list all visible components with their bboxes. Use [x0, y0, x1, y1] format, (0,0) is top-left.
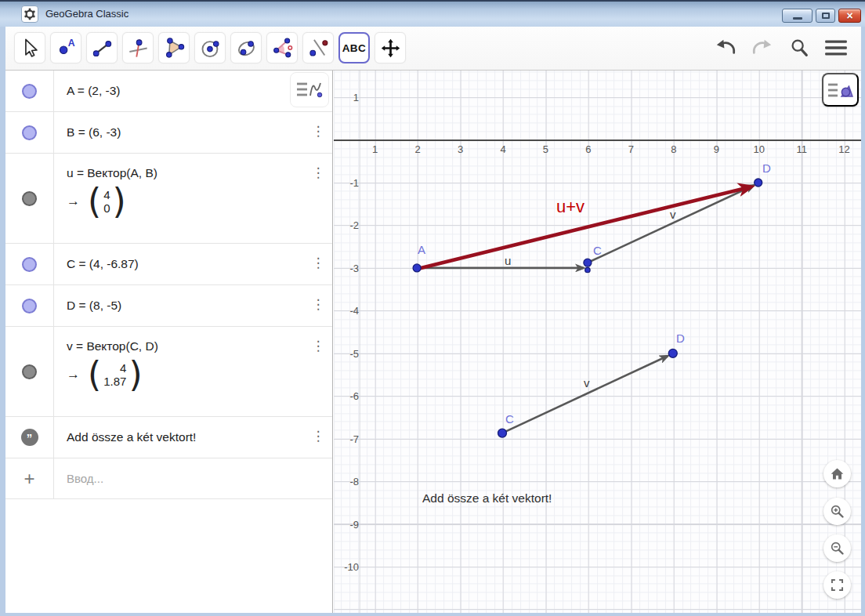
tool-polygon[interactable]: [158, 32, 190, 63]
zoom-in-button[interactable]: [823, 498, 851, 525]
row-menu-button[interactable]: ⋮: [304, 112, 332, 153]
row-content: v = Вектор(C, D)→(41.87): [54, 327, 304, 416]
visibility-toggle[interactable]: [5, 71, 54, 111]
menu-button[interactable]: [823, 37, 849, 59]
row-content: A = (2, -3): [54, 71, 304, 111]
row-menu-button[interactable]: ⋮: [304, 244, 332, 284]
algebra-row-4[interactable]: D = (8, -5)⋮: [5, 285, 332, 327]
tool-reflect[interactable]: [302, 32, 334, 63]
row-content: u = Вектор(A, B)→(40): [54, 154, 304, 243]
point-D[interactable]: [668, 349, 677, 357]
vector-value: →(41.87): [67, 360, 304, 389]
algebra-row-6[interactable]: ”Add össze a két vektort!⋮: [5, 417, 332, 458]
visibility-toggle[interactable]: [5, 154, 54, 243]
vector-label-v: v: [584, 376, 590, 390]
maximize-button[interactable]: [816, 9, 835, 23]
svg-text:A: A: [67, 38, 74, 49]
close-button[interactable]: ×: [838, 9, 861, 23]
minimize-icon: [793, 17, 802, 20]
text-object-value: Add össze a két vektort!: [67, 430, 304, 444]
graphics-style-button[interactable]: [822, 73, 859, 107]
visibility-toggle[interactable]: ”: [5, 417, 54, 458]
object-visibility-dot: [22, 125, 37, 140]
algebra-row-1[interactable]: B = (6, -3)⋮: [5, 112, 332, 154]
algebra-row-5[interactable]: v = Вектор(C, D)→(41.87)⋮: [5, 327, 332, 417]
row-menu-button[interactable]: ⋮: [304, 327, 332, 416]
graphics-view[interactable]: 1234567891011121-1-2-3-4-5-6-7-8-9-10 Au…: [334, 71, 861, 613]
visibility-toggle[interactable]: [5, 327, 54, 416]
visibility-toggle[interactable]: [5, 244, 54, 284]
undo-button[interactable]: [713, 37, 738, 59]
point-definition: D = (8, -5): [67, 299, 304, 313]
tool-conic[interactable]: [230, 32, 262, 63]
object-visibility-dot: [22, 364, 37, 379]
object-visibility-dot: [22, 84, 37, 99]
vector-plot: [334, 71, 861, 613]
algebra-input-row[interactable]: +: [5, 458, 332, 499]
row-menu-button[interactable]: ⋮: [304, 417, 332, 458]
row-content: C = (4, -6.87): [54, 244, 304, 284]
point-C[interactable]: [584, 259, 592, 266]
minimize-button[interactable]: [782, 9, 813, 23]
object-visibility-dot: [22, 191, 37, 206]
algebra-view: A = (2, -3)B = (6, -3)⋮u = Вектор(A, B)→…: [5, 71, 333, 613]
redo-button[interactable]: [750, 37, 775, 59]
point-A[interactable]: [413, 264, 421, 272]
row-menu-button[interactable]: ⋮: [304, 154, 332, 243]
geogebra-logo-icon: [21, 5, 38, 23]
algebra-style-button[interactable]: [290, 72, 329, 107]
object-visibility-dot: [22, 299, 37, 313]
tool-buttons: AABC: [14, 32, 406, 63]
vector-definition: u = Вектор(A, B): [67, 166, 304, 180]
main-area: A = (2, -3)B = (6, -3)⋮u = Вектор(A, B)→…: [5, 71, 861, 613]
row-content: D = (8, -5): [54, 285, 304, 326]
visibility-toggle[interactable]: [5, 285, 54, 326]
point-C[interactable]: [498, 429, 507, 437]
plus-icon: +: [24, 468, 34, 490]
vector-arrow: →: [67, 194, 80, 209]
vector-label-v: v: [670, 208, 676, 221]
tool-angle[interactable]: [266, 32, 298, 63]
toolbar: AABC: [5, 27, 861, 71]
vector-label-u: u: [505, 254, 511, 267]
algebra-row-2[interactable]: u = Вектор(A, B)→(40)⋮: [5, 154, 332, 244]
search-button[interactable]: [787, 37, 812, 59]
point-definition: B = (6, -3): [67, 125, 304, 140]
vector-v[interactable]: [502, 356, 668, 433]
vector-v[interactable]: [590, 185, 755, 261]
row-content: B = (6, -3): [54, 112, 304, 153]
tool-circle[interactable]: [194, 32, 226, 63]
zoom-out-button[interactable]: [823, 534, 851, 562]
sum-vector-label: u+v: [556, 197, 585, 217]
tool-perpendicular[interactable]: [122, 32, 154, 63]
point-label-A: A: [418, 243, 425, 256]
point-label-C: C: [593, 244, 602, 257]
algebra-row-3[interactable]: C = (4, -6.87)⋮: [5, 244, 332, 285]
visibility-toggle[interactable]: [5, 112, 54, 153]
point-label-C: C: [505, 412, 514, 426]
algebra-row-0[interactable]: A = (2, -3): [5, 71, 332, 112]
tool-point[interactable]: A: [50, 32, 81, 63]
point-label-D: D: [762, 161, 771, 175]
vector-definition: v = Вектор(C, D): [67, 339, 304, 353]
geogebra-window: GeoGebra Classic × AABC A = (2, -3)B = (…: [0, 0, 865, 616]
tool-select[interactable]: [14, 32, 45, 63]
abc-text-icon: ABC: [342, 42, 367, 54]
tool-segment[interactable]: [86, 32, 118, 63]
quote-icon: ”: [21, 429, 38, 446]
point-definition: A = (2, -3): [67, 84, 304, 98]
window-title: GeoGebra Classic: [45, 8, 128, 20]
fullscreen-button[interactable]: [823, 571, 851, 599]
algebra-input[interactable]: [67, 472, 306, 485]
algebra-rows: A = (2, -3)B = (6, -3)⋮u = Вектор(A, B)→…: [5, 71, 332, 499]
point-D[interactable]: [755, 179, 762, 187]
point-label-D: D: [676, 332, 685, 345]
home-button[interactable]: [823, 460, 851, 487]
point-B[interactable]: [585, 267, 590, 272]
graphics-text-caption[interactable]: Add össze a két vektort!: [422, 491, 552, 505]
tool-move-canvas[interactable]: [375, 32, 406, 63]
vector-components: 40: [101, 188, 112, 215]
tool-text-abc[interactable]: ABC: [338, 32, 370, 63]
row-menu-button[interactable]: ⋮: [304, 285, 332, 326]
vector-arrow: →: [67, 367, 80, 382]
